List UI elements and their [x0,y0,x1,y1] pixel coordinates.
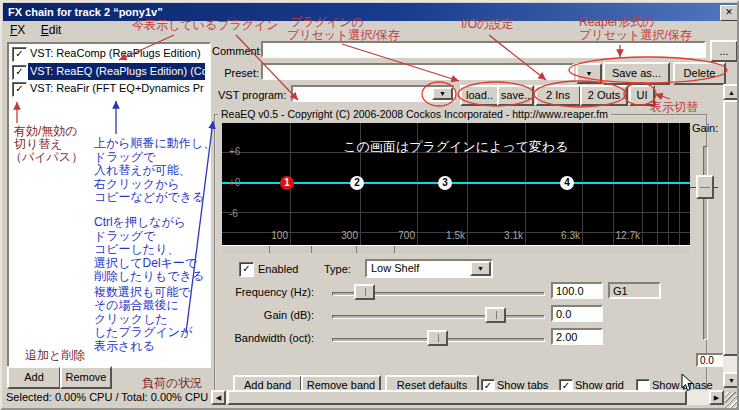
vertical-scrollbar[interactable]: ▲ ▼ [723,84,739,388]
enabled-checkbox[interactable]: ✓ [239,262,254,277]
annotation-reaper-preset: プリセット選択/保存 [579,29,692,42]
scroll-down-icon: ▼ [728,377,735,384]
checkbox-check-icon[interactable]: ✓ [12,65,27,80]
load-button[interactable]: load.. [460,85,499,106]
eq-band-handle-1[interactable]: 1 [280,176,294,190]
note-name-field: G1 [608,282,661,299]
save-as-button[interactable]: Save as... [603,62,670,85]
annotation-multi: したプラグインが [94,326,192,339]
vertical-scrollbar-thumb[interactable] [723,100,739,356]
annotation-order: 入れ替えが可能、 [94,164,191,177]
comment-label: Comment: [212,45,259,57]
gridline [222,212,690,213]
frequency-label: Frequency (Hz): [219,286,314,298]
frequency-value-field[interactable]: 100.0 [551,282,603,299]
annotation-bypass: （バイパス） [10,151,83,164]
type-dropdown-button[interactable]: ▼ [470,261,491,276]
menu-fx[interactable]: FX [5,22,32,38]
menu-bar: FX Edit [5,22,68,39]
type-combo[interactable]: Low Shelf ▼ [365,259,493,278]
plugin-checkbox: ✓ [12,47,25,60]
chevron-down-icon: ▼ [477,265,484,272]
close-button[interactable]: ✕ [720,5,738,21]
tab-divider [311,246,312,253]
annotation-multi: その場合最後に [94,299,179,312]
annotation-io: I/Oの設定 [461,18,513,31]
comment-more-button[interactable]: ... [710,40,738,62]
freq-label: 1.5k [427,230,465,241]
list-item-selected[interactable]: VST: ReaEQ (ReaPlugs Edition) (Cocko [28,63,205,80]
horizontal-scrollbar[interactable]: ◀ ▶ [211,390,724,405]
eq-band-handle-2[interactable]: 2 [350,176,364,190]
bandwidth-value-field[interactable]: 2.00 [551,328,603,345]
chevron-down-icon: ▼ [439,90,446,97]
graph-note: この画面はプラグインによって変わる [222,138,690,156]
annotation-ctrl: Ctrlを押しながら [94,216,186,229]
close-icon: ✕ [725,7,733,17]
tab-divider [356,246,357,253]
plugin-checkbox: ✓ [12,65,25,78]
menu-edit[interactable]: Edit [36,22,69,38]
gain-label: Gain: [692,122,718,134]
eq-band-handle-4[interactable]: 4 [560,176,574,190]
tab-divider [394,246,395,253]
eq-band-handle-3[interactable]: 3 [438,176,452,190]
scroll-right-button[interactable]: ▶ [709,390,724,405]
inputs-button[interactable]: 2 Ins [535,85,581,106]
list-item[interactable]: VST: ReaComp (ReaPlugs Edition) (Coc [30,45,204,62]
type-label: Type: [324,263,351,275]
remove-button[interactable]: Remove [60,366,112,389]
gain-db-slider-track[interactable] [332,315,545,319]
checkbox-check-icon[interactable]: ✓ [12,82,27,97]
gain-slider-thumb[interactable] [696,175,714,199]
annotation-plugin-preset: プリセット選択/保存 [287,29,400,42]
preset-dropdown-button[interactable]: ▼ [576,63,602,84]
annotation-add-remove: 追加と削除 [25,349,85,362]
freq-label: 300 [320,230,358,241]
fx-chain-window: FX chain for track 2 “pony1v” ✕ FX Edit … [0,0,739,410]
delete-button[interactable]: Delete [673,62,726,85]
bandwidth-label: Bandwidth (oct): [219,332,314,344]
vst-program-label: VST program: [218,89,286,101]
annotation-order: コピーなどができる [94,191,204,204]
gain-db-value-field[interactable]: 0.0 [551,305,603,322]
vst-program-combo[interactable]: ▼ [291,85,455,102]
gain-db-label: Gain (dB): [219,309,314,321]
annotation-load-status: 負荷の状況 [142,377,202,390]
annotation-ctrl: コピーしたり、 [94,243,179,256]
gain-db-slider-thumb[interactable] [485,307,506,323]
window-title: FX chain for track 2 “pony1v” [8,6,163,18]
resize-grip-icon[interactable] [725,392,739,408]
gain-value-field[interactable]: 0.0 [696,353,724,367]
comment-input[interactable] [261,41,706,58]
scroll-up-button[interactable]: ▲ [723,84,739,100]
scroll-left-icon: ◀ [216,394,221,402]
plugin-checkbox: ✓ [12,82,25,95]
scroll-down-button[interactable]: ▼ [723,372,739,388]
scroll-left-button[interactable]: ◀ [211,390,226,405]
horizontal-scrollbar-thumb[interactable] [227,390,687,405]
save-button[interactable]: save.. [497,85,534,106]
scroll-right-icon: ▶ [714,394,719,402]
freq-label: 100 [250,230,288,241]
enabled-label: Enabled [258,263,298,275]
list-item[interactable]: VST: ReaFir (FFT EQ+Dynamics Proces [30,80,204,97]
checkbox-check-icon[interactable]: ✓ [12,47,27,62]
frequency-slider-thumb[interactable] [354,284,375,300]
preset-input[interactable] [261,63,574,80]
outputs-button[interactable]: 2 Outs [580,85,628,106]
bandwidth-slider-thumb[interactable] [427,330,448,346]
freq-label: 700 [377,230,415,241]
chevron-down-icon: ▼ [586,70,593,77]
vst-program-dropdown-button[interactable]: ▼ [432,87,453,100]
tab-divider [269,246,270,253]
freq-label: 6.3k [542,230,580,241]
freq-label: 3.1k [485,230,523,241]
plugin-panel-title: ReaEQ v0.5 - Copyright (C) 2006-2008 Coc… [218,108,611,120]
band-tab-strip[interactable] [222,245,690,253]
annotation-multi: 表示される [94,340,155,353]
annotation-toggle-ui: 表示切替 [650,101,698,114]
eq-graph[interactable]: +6 +0 -6 100 300 700 1.5k 3.1k 6.3k 12.7… [222,123,690,245]
add-button[interactable]: Add [7,366,61,389]
annotation-order: 上から順番に動作し、 [94,137,215,150]
